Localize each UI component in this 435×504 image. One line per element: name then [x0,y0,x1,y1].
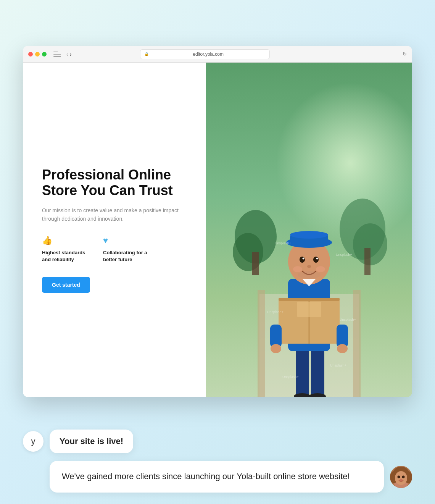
svg-point-31 [307,265,311,268]
browser-window: ‹ › 🔒 editor.yola.com ↻ Professional Onl… [23,46,412,397]
url-text: editor.yola.com [151,52,266,57]
get-started-button[interactable]: Get started [42,277,90,293]
address-bar[interactable]: 🔒 editor.yola.com [140,49,270,59]
close-button[interactable] [28,52,33,57]
svg-point-32 [293,266,302,272]
svg-point-26 [290,231,328,239]
hero-title: Professional Online Store You Can Trust [42,167,187,199]
svg-point-34 [298,271,321,279]
svg-rect-8 [353,290,361,397]
svg-point-27 [300,257,305,263]
thumbs-up-icon: 👍 [42,236,92,246]
hero-subtitle: Our mission is to create value and make … [42,206,187,223]
svg-rect-5 [364,248,371,275]
heart-icon: ♥ [103,236,153,246]
left-panel: Professional Online Store You Can Trust … [23,63,206,397]
browser-toolbar: ‹ › 🔒 editor.yola.com ↻ [23,46,412,63]
svg-text:Unsplash+: Unsplash+ [282,375,299,379]
svg-text:Unsplash+: Unsplash+ [340,318,356,321]
svg-point-20 [271,344,281,353]
svg-rect-9 [296,347,309,397]
feature-item-1: 👍 Highest standards and reliability [42,236,92,263]
svg-point-21 [337,344,348,353]
svg-rect-7 [258,290,265,397]
yola-initial: y [31,436,35,446]
traffic-lights [28,52,47,57]
feature-item-2: ♥ Collaborating for a better future [103,236,153,263]
chat-row-2: We've gained more clients since launchin… [23,461,412,493]
chat-bubble-2: We've gained more clients since launchin… [50,461,384,493]
user-face-svg [390,466,412,488]
user-avatar [390,466,412,488]
feature-label-1: Highest standards and reliability [42,249,92,263]
svg-point-28 [313,257,319,263]
svg-point-46 [395,471,407,485]
right-panel-image: Unsplash+ Unsplash+ Unsplash+ Unsplash+ … [206,63,412,397]
features-row: 👍 Highest standards and reliability ♥ Co… [42,236,187,263]
svg-point-49 [399,479,403,481]
chat-row-1: y Your site is live! [23,430,412,453]
website-content: Professional Online Store You Can Trust … [23,63,412,397]
svg-text:Unsplash+: Unsplash+ [336,253,352,257]
feature-label-2: Collaborating for a better future [103,249,153,263]
chat-bubble-1-text: Your site is live! [60,436,123,446]
lock-icon: 🔒 [144,52,149,56]
chat-bubble-1: Your site is live! [50,430,133,453]
maximize-button[interactable] [42,52,47,57]
nav-arrows: ‹ › [66,52,71,57]
chat-bubble-2-text: We've gained more clients since launchin… [62,472,350,481]
forward-arrow[interactable]: › [70,52,72,57]
svg-point-30 [316,258,318,260]
svg-point-47 [398,475,400,478]
svg-rect-10 [311,347,324,397]
chat-section: y Your site is live! We've gained more c… [23,430,412,493]
svg-text:Unsplash+: Unsplash+ [330,363,346,367]
svg-text:Unsplash+: Unsplash+ [275,241,291,245]
sidebar-toggle-icon[interactable] [53,52,61,57]
delivery-person-illustration: Unsplash+ Unsplash+ Unsplash+ Unsplash+ … [229,160,389,397]
svg-point-29 [303,258,304,260]
svg-point-33 [316,266,325,272]
svg-rect-2 [252,252,259,275]
svg-rect-17 [297,302,321,317]
yola-avatar: y [23,431,44,452]
svg-point-48 [402,475,405,478]
minimize-button[interactable] [35,52,40,57]
svg-text:Unsplash+: Unsplash+ [267,310,284,314]
back-arrow[interactable]: ‹ [66,52,68,57]
reload-button[interactable]: ↻ [403,51,407,57]
